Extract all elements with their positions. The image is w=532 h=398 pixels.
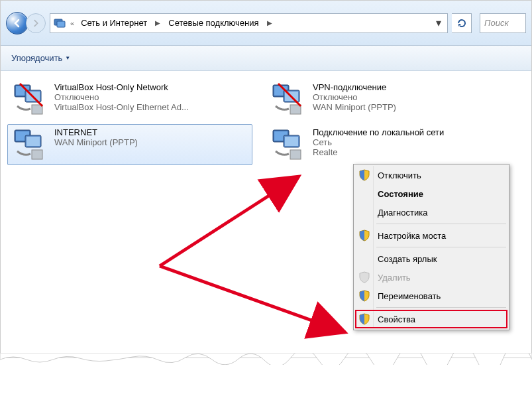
breadcrumb-overflow-icon[interactable]: « bbox=[70, 19, 74, 27]
shield-icon bbox=[358, 312, 371, 326]
network-adapter-icon bbox=[11, 127, 49, 162]
svg-rect-23 bbox=[290, 150, 301, 159]
ctx-disable[interactable]: Отключить bbox=[355, 166, 507, 184]
ctx-delete: Удалить bbox=[355, 268, 507, 287]
menu-separator bbox=[376, 307, 506, 308]
nav-forward-button[interactable] bbox=[26, 13, 46, 33]
ctx-label: Свойства bbox=[378, 314, 415, 324]
refresh-button[interactable] bbox=[452, 13, 472, 33]
ctx-label: Переименовать bbox=[378, 291, 441, 301]
ctx-rename[interactable]: Переименовать bbox=[355, 287, 507, 305]
svg-rect-1 bbox=[57, 21, 65, 27]
svg-rect-12 bbox=[290, 105, 301, 114]
svg-rect-22 bbox=[285, 137, 298, 146]
connection-name: Подключение по локальной сети bbox=[313, 127, 507, 137]
shield-icon bbox=[358, 229, 371, 242]
ctx-label: Создать ярлык bbox=[378, 254, 437, 264]
ctx-label: Удалить bbox=[378, 273, 411, 283]
menu-separator bbox=[376, 247, 506, 247]
ctx-label: Диагностика bbox=[378, 208, 427, 218]
ctx-diagnostics[interactable]: Диагностика bbox=[355, 203, 507, 222]
ctx-label: Отключить bbox=[378, 170, 421, 180]
connection-name: INTERNET bbox=[54, 127, 249, 137]
ctx-shortcut[interactable]: Создать ярлык bbox=[355, 249, 507, 268]
svg-rect-6 bbox=[32, 105, 42, 114]
torn-edge-decoration bbox=[0, 353, 532, 365]
chevron-down-icon: ▼ bbox=[65, 55, 70, 61]
connection-item[interactable]: Подключение по локальной сети Сеть Realt… bbox=[266, 124, 511, 165]
network-adapter-icon bbox=[269, 82, 307, 117]
chevron-right-icon[interactable]: ▶ bbox=[266, 19, 274, 27]
svg-line-25 bbox=[160, 266, 345, 332]
breadcrumb-level2[interactable]: Сетевые подключения bbox=[166, 18, 261, 28]
svg-rect-17 bbox=[27, 137, 40, 146]
connection-name: VPN-подключение bbox=[313, 82, 507, 92]
search-input[interactable]: Поиск bbox=[480, 13, 526, 33]
connections-list: VirtualBox Host-Only Network Отключено V… bbox=[1, 71, 531, 173]
address-bar: « Сеть и Интернет ▶ Сетевые подключения … bbox=[1, 1, 531, 46]
toolbar: Упорядочить ▼ bbox=[1, 46, 531, 71]
ctx-status[interactable]: Состояние bbox=[355, 184, 507, 203]
connection-status: Сеть bbox=[313, 137, 507, 147]
connection-status: Отключено bbox=[313, 92, 507, 102]
connection-device: Realte bbox=[313, 147, 507, 157]
chevron-right-icon[interactable]: ▶ bbox=[154, 19, 162, 27]
menu-separator bbox=[376, 224, 506, 224]
connection-item-selected[interactable]: INTERNET WAN Miniport (PPTP) bbox=[7, 124, 252, 165]
network-adapter-icon bbox=[11, 82, 49, 117]
shield-icon bbox=[358, 289, 371, 302]
shield-icon-disabled bbox=[358, 271, 371, 284]
search-placeholder: Поиск bbox=[484, 18, 509, 28]
context-menu: Отключить Состояние Диагностика Настройк… bbox=[353, 164, 509, 330]
ctx-label: Состояние bbox=[378, 189, 423, 199]
organize-button[interactable]: Упорядочить ▼ bbox=[7, 50, 74, 66]
network-connections-icon bbox=[53, 17, 66, 30]
connection-item[interactable]: VirtualBox Host-Only Network Отключено V… bbox=[7, 79, 252, 120]
organize-label: Упорядочить bbox=[11, 53, 62, 63]
connection-device: WAN Miniport (PPTP) bbox=[313, 102, 507, 112]
svg-rect-18 bbox=[32, 150, 42, 159]
nav-back-button[interactable] bbox=[6, 12, 28, 34]
ctx-bridge[interactable]: Настройка моста bbox=[355, 226, 507, 245]
breadcrumb-level1[interactable]: Сеть и Интернет bbox=[78, 18, 150, 28]
ctx-label: Настройка моста bbox=[378, 231, 446, 241]
connection-name: VirtualBox Host-Only Network bbox=[54, 82, 249, 92]
network-adapter-icon bbox=[269, 127, 307, 162]
connection-device: WAN Miniport (PPTP) bbox=[54, 137, 249, 147]
breadcrumb-bar[interactable]: « Сеть и Интернет ▶ Сетевые подключения … bbox=[50, 13, 448, 33]
svg-line-24 bbox=[160, 176, 299, 266]
connection-device: VirtualBox Host-Only Ethernet Ad... bbox=[54, 102, 249, 112]
ctx-properties[interactable]: Свойства bbox=[355, 310, 507, 328]
connection-status: Отключено bbox=[54, 92, 249, 102]
shield-icon bbox=[358, 168, 371, 182]
address-dropdown-icon[interactable]: ▾ bbox=[433, 17, 445, 29]
connection-item[interactable]: VPN-подключение Отключено WAN Miniport (… bbox=[266, 79, 511, 120]
